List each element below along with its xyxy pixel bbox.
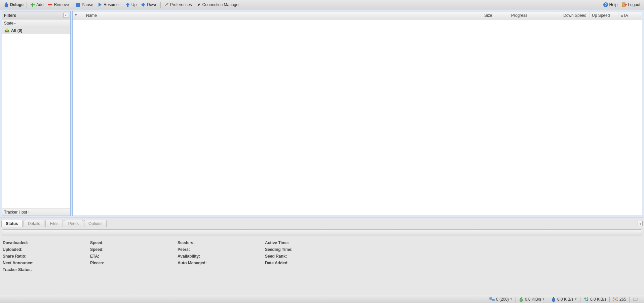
dht-status[interactable]: 265 [611,297,628,302]
add-button[interactable]: Add [28,1,45,8]
filters-sidebar: Filters « State − All (0) Tracker Host + [2,11,71,216]
freespace-status[interactable] [631,297,641,302]
speed-up-label: Speed: [90,247,104,252]
col-name[interactable]: Name [84,11,482,19]
status-bar: 0 (200) ▼ 0.0 KiB/s ▼ 0.0 KiB/s ▼ 0.0 Ki… [0,295,644,303]
help-icon: ? [603,2,608,7]
tab-files[interactable]: Files [45,220,63,227]
downloaded-label: Downloaded: [3,240,28,245]
connection-manager-label: Connection Manager [202,2,240,7]
down-label: Down [147,2,157,7]
add-label: Add [36,2,43,7]
svg-rect-2 [48,4,52,5]
seeders-label: Seeders: [178,240,195,245]
col-eta[interactable]: ETA [618,11,642,19]
filter-all[interactable]: All (0) [2,27,70,34]
remove-label: Remove [54,2,69,7]
remove-button[interactable]: Remove [45,1,71,8]
filters-header: Filters « [2,11,70,20]
download-icon [519,297,524,302]
download-speed-status[interactable]: 0.0 KiB/s ▼ [517,297,547,302]
svg-rect-19 [634,299,635,299]
all-icon [5,28,9,33]
arrow-down-icon [141,2,146,7]
dht-text: 265 [619,297,626,302]
dht-icon [613,297,618,302]
col-size[interactable]: Size [482,11,509,19]
play-icon [97,2,103,7]
state-section-body: All (0) [2,27,70,208]
collapse-sidebar-button[interactable]: « [63,13,68,18]
wrench-icon [164,2,169,7]
tab-options[interactable]: Options [84,220,107,227]
dropdown-icon: ▼ [510,298,513,301]
svg-rect-3 [76,3,78,7]
svg-rect-11 [490,298,492,299]
traffic-icon [583,297,589,302]
expand-tracker-button[interactable]: + [27,210,29,215]
preferences-label: Preferences [170,2,192,7]
share-ratio-label: Share Ratio: [3,254,27,259]
svg-point-10 [6,29,8,31]
connection-manager-button[interactable]: Connection Manager [194,1,242,8]
preferences-button[interactable]: Preferences [162,1,194,8]
help-label: Help [609,2,618,7]
plug-icon [196,2,201,7]
filters-title: Filters [4,13,16,18]
protocol-traffic-status[interactable]: 0.0 KiB/s [581,297,608,302]
help-button[interactable]: ? Help [601,1,620,8]
main-toolbar: Deluge Add Remove Pause Resume [0,0,644,9]
logout-label: Logout [628,2,640,7]
upload-icon [551,297,556,302]
next-announce-label: Next Announce: [3,261,34,265]
torrent-grid: # Name Size Progress Down Speed Up Speed… [72,11,642,216]
collapse-state-button[interactable]: − [13,21,16,26]
main-area: Filters « State − All (0) Tracker Host +… [0,9,644,218]
logout-button[interactable]: Logout [619,1,642,8]
grid-header: # Name Size Progress Down Speed Up Speed… [73,11,642,20]
svg-rect-1 [31,4,35,5]
tracker-host-label: Tracker Host [4,210,27,215]
separator [72,2,72,8]
logout-icon [621,2,627,7]
details-tabs: Status Details Files Peers Options [1,219,643,227]
col-up-speed[interactable]: Up Speed [590,11,618,19]
resume-label: Resume [104,2,119,7]
connections-text: 0 (200) [496,297,509,302]
col-number[interactable]: # [73,11,84,19]
deluge-icon [4,2,9,7]
tab-peers[interactable]: Peers [64,220,83,227]
separator [122,2,122,8]
svg-point-15 [616,297,618,299]
pause-button[interactable]: Pause [73,1,95,8]
active-time-label: Active Time: [265,240,289,245]
upload-speed-status[interactable]: 0.0 KiB/s ▼ [549,297,579,302]
down-button[interactable]: Down [139,1,159,8]
grid-body[interactable] [73,20,642,216]
tracker-host-header[interactable]: Tracker Host + [2,208,70,216]
svg-point-14 [613,297,614,299]
tab-details[interactable]: Details [24,220,45,227]
svg-text:?: ? [604,3,607,7]
separator [629,297,630,302]
up-button[interactable]: Up [123,1,139,8]
tab-status[interactable]: Status [1,220,23,227]
state-section-header[interactable]: State − [2,20,70,27]
pieces-label: Pieces: [90,261,104,265]
collapse-details-button[interactable] [638,221,643,226]
col-down-speed[interactable]: Down Speed [561,11,590,19]
seeding-time-label: Seeding Time: [265,247,293,252]
separator [516,297,516,302]
separator [160,2,161,8]
minus-icon [47,2,53,7]
col-progress[interactable]: Progress [509,11,561,19]
eta-label: ETA: [90,254,99,259]
connections-status[interactable]: 0 (200) ▼ [487,297,515,302]
date-added-label: Date Added: [265,261,289,265]
svg-point-13 [614,298,616,300]
dropdown-icon: ▼ [542,298,545,301]
separator [548,297,548,302]
resume-button[interactable]: Resume [95,1,121,8]
download-speed-text: 0.0 KiB/s [525,297,541,302]
separator [27,2,27,8]
